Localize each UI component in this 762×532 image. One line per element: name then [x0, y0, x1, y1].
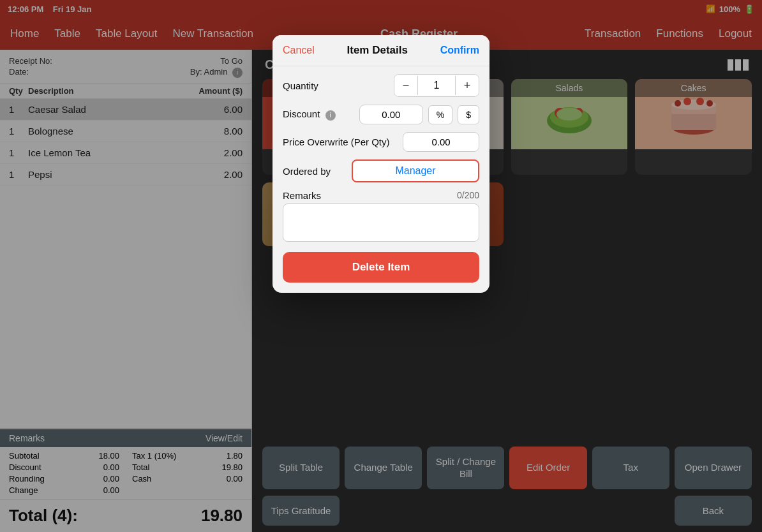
discount-pct-button[interactable]: % — [428, 105, 452, 124]
discount-input[interactable] — [359, 105, 423, 124]
ordered-by-row: Ordered by — [283, 159, 479, 182]
modal-title: Item Details — [347, 44, 408, 57]
quantity-value: 1 — [417, 76, 456, 95]
price-overwrite-row: Price Overwrite (Per Qty) — [283, 132, 479, 152]
quantity-row: Quantity −1+ — [283, 74, 479, 97]
remarks-label: Remarks — [283, 190, 321, 201]
discount-row: Discount i % $ — [283, 105, 479, 124]
modal-header: Cancel Item Details Confirm — [273, 35, 489, 66]
remarks-textarea[interactable] — [283, 203, 479, 242]
quantity-control: −1+ — [394, 74, 479, 97]
delete-item-button[interactable]: Delete Item — [283, 252, 479, 283]
price-overwrite-label: Price Overwrite (Per Qty) — [283, 137, 390, 147]
modal-cancel-button[interactable]: Cancel — [283, 45, 315, 56]
modal-confirm-button[interactable]: Confirm — [440, 45, 479, 56]
quantity-label: Quantity — [283, 80, 318, 91]
ordered-by-input[interactable] — [352, 159, 479, 182]
price-overwrite-input[interactable] — [403, 132, 479, 152]
increment-button[interactable]: + — [456, 75, 479, 96]
decrement-button[interactable]: − — [394, 75, 417, 96]
remarks-counter: 0/200 — [457, 190, 479, 201]
discount-controls: % $ — [359, 105, 479, 124]
discount-dollar-button[interactable]: $ — [458, 105, 479, 124]
modal-overlay: Cancel Item Details Confirm Quantity −1+… — [0, 0, 762, 532]
remarks-section: Remarks 0/200 — [283, 190, 479, 244]
discount-info-icon[interactable]: i — [325, 110, 336, 121]
modal-body: Quantity −1+ Discount i % $ Price Overwr… — [273, 66, 489, 293]
item-details-modal: Cancel Item Details Confirm Quantity −1+… — [273, 35, 489, 293]
discount-label: Discount i — [283, 108, 336, 121]
ordered-by-label: Ordered by — [283, 166, 331, 177]
remarks-header: Remarks 0/200 — [283, 190, 479, 201]
